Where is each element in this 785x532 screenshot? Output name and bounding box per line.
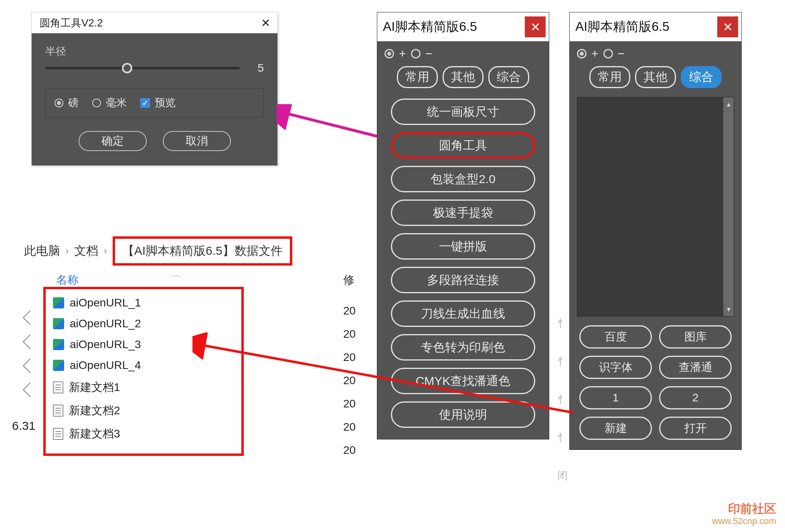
tabs: 常用 其他 综合 (570, 66, 741, 95)
scroll-down-icon[interactable]: ▾ (727, 305, 730, 314)
script-panel-changyong: AI脚本精简版6.5 ✕ + − 常用 其他 综合 统一画板尺寸 圆角工具 包装… (377, 12, 549, 439)
preview-checkbox[interactable]: ✓ 预览 (140, 96, 176, 110)
pin-icon[interactable] (23, 359, 38, 373)
ok-button[interactable]: 确定 (79, 131, 147, 151)
link-2[interactable]: 2 (659, 386, 732, 409)
side-text: 6.31 (12, 419, 35, 433)
link-find-pantone[interactable]: 查潘通 (659, 356, 732, 379)
modified-column: 20 20 20 20 20 20 20 (343, 304, 356, 457)
mode-minus-radio[interactable] (603, 49, 613, 58)
radius-label: 半径 (45, 44, 264, 58)
tool-unify-artboard[interactable]: 统一画板尺寸 (391, 99, 535, 125)
annotation-arrow-magenta (277, 104, 381, 144)
link-identify-font[interactable]: 识字体 (579, 356, 652, 379)
pin-column (25, 312, 35, 395)
tool-spot-to-process[interactable]: 专色转为印刷色 (391, 334, 535, 361)
mode-minus-radio[interactable] (411, 49, 421, 58)
file-modified: 20 (343, 328, 356, 341)
file-row[interactable]: 新建文档2 (51, 399, 236, 422)
tool-fast-bag[interactable]: 极速手提袋 (391, 200, 535, 226)
unit-pound-label: 磅 (68, 96, 79, 110)
round-corner-dialog: 圆角工具V2.2 ✕ 半径 5 磅 毫米 ✓ 预览 确定 (31, 12, 278, 166)
breadcrumb[interactable]: 此电脑 › 文档 › 【AI脚本精简版6.5】数据文件 (24, 236, 292, 266)
tab-changyong[interactable]: 常用 (589, 66, 630, 88)
link-gallery[interactable]: 图库 (659, 325, 732, 349)
tool-box-template[interactable]: 包装盒型2.0 (391, 166, 535, 192)
dialog-buttons: 确定 取消 (45, 131, 264, 151)
tool-one-click-impose[interactable]: 一键拼版 (391, 233, 535, 260)
breadcrumb-root[interactable]: 此电脑 (24, 243, 60, 259)
quick-links-grid: 百度 图库 识字体 查潘通 1 2 新建 打开 (570, 316, 741, 440)
plus-label: + (399, 47, 406, 60)
scroll-up-icon[interactable]: ▴ (727, 100, 730, 109)
svg-line-0 (281, 112, 377, 136)
watermark-brand: 印前社区 (728, 502, 776, 515)
file-row[interactable]: aiOpenURL_2 (51, 313, 236, 334)
tool-round-corner[interactable]: 圆角工具 (391, 132, 535, 159)
close-icon[interactable]: ✕ (717, 16, 738, 37)
file-row[interactable]: aiOpenURL_4 (51, 355, 236, 376)
chevron-right-icon: › (66, 246, 69, 256)
unit-mm-label: 毫米 (106, 96, 127, 110)
file-name: 新建文档1 (69, 380, 120, 395)
dialog-title: 圆角工具V2.2 (40, 16, 103, 30)
panel-titlebar[interactable]: AI脚本精简版6.5 ✕ (377, 12, 549, 41)
pin-icon[interactable] (23, 335, 38, 349)
file-name: 新建文档3 (69, 426, 120, 441)
url-file-icon (53, 360, 64, 371)
breadcrumb-folder-highlight[interactable]: 【AI脚本精简版6.5】数据文件 (113, 236, 292, 266)
tab-zonghe[interactable]: 综合 (488, 66, 529, 88)
dialog-titlebar[interactable]: 圆角工具V2.2 ✕ (32, 12, 277, 33)
mode-plus-radio[interactable] (577, 49, 587, 58)
tool-instructions[interactable]: 使用说明 (391, 401, 535, 428)
tab-changyong[interactable]: 常用 (397, 66, 438, 88)
panel-title: AI脚本精简版6.5 (383, 18, 477, 36)
panel-titlebar[interactable]: AI脚本精简版6.5 ✕ (570, 12, 741, 41)
document-icon (53, 381, 63, 393)
mode-plus-radio[interactable] (384, 49, 394, 58)
tool-dieline-bleed[interactable]: 刀线生成出血线 (391, 300, 535, 327)
cancel-button[interactable]: 取消 (163, 131, 231, 151)
link-1[interactable]: 1 (579, 386, 652, 409)
scrollbar[interactable]: ▴ ▾ (723, 97, 734, 316)
unit-mm-radio[interactable]: 毫米 (92, 96, 127, 110)
pin-icon[interactable] (23, 310, 38, 325)
column-modified-header[interactable]: 修 (343, 272, 354, 288)
tabs: 常用 其他 综合 (377, 66, 549, 95)
column-name-header[interactable]: 名称 (56, 272, 79, 288)
watermark-url: www.52cnp.com (712, 516, 776, 526)
tool-multi-path-join[interactable]: 多段路径连接 (391, 267, 535, 293)
link-open[interactable]: 打开 (659, 417, 732, 440)
file-name: aiOpenURL_3 (70, 338, 141, 351)
sort-asc-icon[interactable]: ︿ (172, 269, 180, 280)
file-row[interactable]: aiOpenURL_3 (51, 334, 236, 355)
check-icon: ✓ (140, 98, 150, 108)
close-icon[interactable]: ✕ (525, 16, 546, 37)
radius-slider[interactable] (45, 67, 240, 69)
file-row[interactable]: aiOpenURL_1 (51, 292, 236, 313)
tab-qita[interactable]: 其他 (443, 66, 484, 88)
dialog-body: 半径 5 磅 毫米 ✓ 预览 确定 取消 (32, 33, 277, 165)
minus-label: − (618, 47, 625, 60)
tab-zonghe[interactable]: 综合 (681, 66, 722, 88)
file-name: aiOpenURL_2 (70, 317, 141, 330)
unit-row: 磅 毫米 ✓ 预览 (45, 88, 264, 117)
pin-icon[interactable] (23, 383, 38, 397)
close-icon[interactable]: ✕ (258, 16, 273, 30)
document-icon (53, 405, 63, 417)
link-baidu[interactable]: 百度 (579, 325, 652, 349)
radio-icon (92, 99, 101, 107)
link-new[interactable]: 新建 (579, 417, 652, 440)
slider-thumb[interactable] (122, 63, 132, 73)
file-modified: 20 (343, 397, 356, 410)
file-row[interactable]: 新建文档3 (51, 422, 236, 445)
tab-qita[interactable]: 其他 (635, 66, 676, 88)
file-row[interactable]: 新建文档1 (51, 376, 236, 399)
file-modified: 20 (343, 421, 356, 433)
unit-pound-radio[interactable]: 磅 (55, 96, 79, 110)
panel-title: AI脚本精简版6.5 (575, 18, 670, 36)
breadcrumb-docs[interactable]: 文档 (74, 243, 98, 259)
radius-slider-row: 5 (45, 62, 264, 75)
document-icon (53, 428, 63, 440)
tool-cmyk-pantone[interactable]: CMYK查找潘通色 (391, 368, 535, 394)
